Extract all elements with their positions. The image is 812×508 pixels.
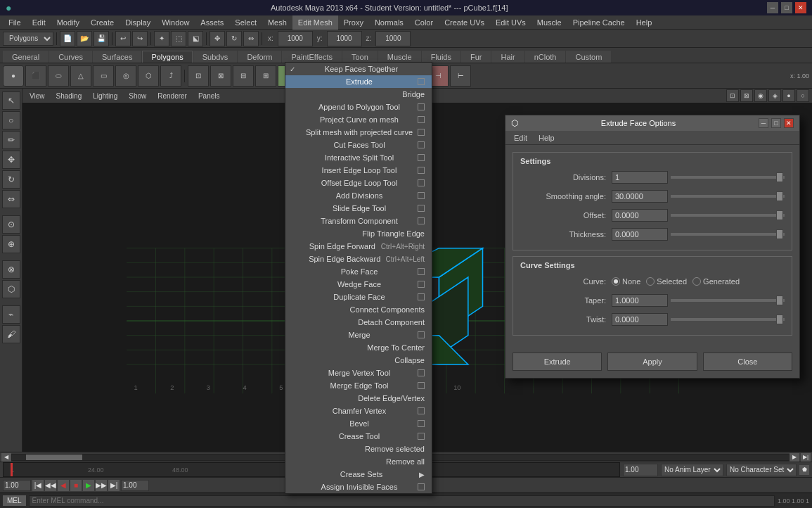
sculpt-tool[interactable]: ⌁: [2, 305, 20, 324]
poly-plane-btn[interactable]: ▭: [93, 65, 114, 87]
poly-cone-btn[interactable]: △: [70, 65, 91, 87]
gimbal-tool[interactable]: ⊗: [2, 260, 20, 279]
vp-menu-show[interactable]: Show: [124, 91, 150, 101]
dropdown-item-merge[interactable]: Merge: [285, 329, 432, 341]
stop-btn[interactable]: ■: [70, 480, 82, 491]
dropdown-item-remove-all[interactable]: Remove all: [285, 455, 432, 468]
menu-display[interactable]: Display: [120, 15, 156, 30]
apply-button[interactable]: Apply: [607, 353, 697, 371]
dropdown-item-flip-triangle[interactable]: Flip Triangle Edge: [285, 227, 432, 240]
combine-btn[interactable]: ⊞: [255, 65, 276, 87]
tab-subdvs[interactable]: Subdvs: [193, 51, 238, 63]
coord-y-input[interactable]: 1000: [327, 31, 362, 46]
paint-tool[interactable]: 🖌: [2, 325, 20, 343]
play-fwd-btn[interactable]: ▶: [83, 480, 94, 491]
curve-none-radio[interactable]: None: [612, 277, 640, 286]
rotate-btn[interactable]: ↻: [226, 31, 242, 46]
dropdown-item-add-divisions[interactable]: Add Divisions: [285, 189, 432, 202]
maximize-button[interactable]: □: [781, 2, 792, 13]
open-btn[interactable]: 📂: [77, 31, 92, 46]
vp-menu-shading[interactable]: Shading: [52, 91, 86, 101]
undo-btn[interactable]: ↩: [115, 31, 131, 46]
menu-window[interactable]: Window: [156, 15, 195, 30]
curve-generated-radio[interactable]: Generated: [692, 277, 740, 286]
dropdown-item-keep-faces[interactable]: ✓ Keep Faces Together: [285, 63, 432, 75]
snap-tool[interactable]: ⊕: [2, 235, 20, 253]
new-btn[interactable]: 📄: [60, 31, 75, 46]
dropdown-item-merge-edge[interactable]: Merge Edge Tool: [285, 379, 432, 392]
menu-pipeline[interactable]: Pipeline Cache: [567, 15, 631, 30]
play-back-btn[interactable]: ◀: [58, 480, 69, 491]
menu-proxy[interactable]: Proxy: [338, 15, 369, 30]
current-frame-input[interactable]: [623, 464, 658, 476]
dropdown-item-spin-bwd[interactable]: Spin Edge Backward Ctrl+Alt+Left: [285, 253, 432, 265]
tab-general[interactable]: General: [3, 51, 49, 63]
thickness-slider-handle[interactable]: [776, 229, 783, 239]
tab-surfaces[interactable]: Surfaces: [93, 51, 141, 63]
menu-edit[interactable]: Edit: [27, 15, 51, 30]
scroll-thumb[interactable]: [26, 455, 82, 460]
twist-slider-handle[interactable]: [776, 315, 783, 324]
go-end-btn[interactable]: ▶|: [108, 480, 120, 491]
vp-menu-panels[interactable]: Panels: [194, 91, 224, 101]
extrude-face-btn[interactable]: ⊡: [188, 65, 209, 87]
menu-select[interactable]: Select: [229, 15, 262, 30]
step-back-btn[interactable]: ◀◀: [45, 480, 56, 491]
vp-menu-view[interactable]: View: [25, 91, 49, 101]
vp-icon4[interactable]: ◈: [768, 89, 781, 102]
dialog-minimize-btn[interactable]: ─: [759, 118, 768, 128]
dropdown-item-transform-component[interactable]: Transform Component: [285, 215, 432, 227]
poly-helix-btn[interactable]: ⤴: [160, 65, 181, 87]
vp-icon3[interactable]: ◉: [754, 89, 767, 102]
minimize-button[interactable]: ─: [767, 2, 778, 13]
close-dialog-button[interactable]: Close: [703, 353, 792, 371]
object-tool[interactable]: ⬡: [2, 280, 20, 298]
start-frame-input[interactable]: [3, 480, 31, 491]
divisions-input[interactable]: [612, 171, 668, 184]
mode-select[interactable]: Polygons: [3, 32, 53, 46]
menu-muscle[interactable]: Muscle: [531, 15, 567, 30]
vp-icon2[interactable]: ⊠: [740, 89, 753, 102]
dropdown-item-bridge[interactable]: Bridge: [285, 88, 432, 101]
menu-edit-mesh[interactable]: Edit Mesh: [292, 15, 338, 30]
lasso-btn[interactable]: ⬚: [171, 31, 186, 46]
dropdown-item-poke-face[interactable]: Poke Face: [285, 265, 432, 278]
dropdown-item-detach-component[interactable]: Detach Component: [285, 316, 432, 329]
vp-menu-lighting[interactable]: Lighting: [89, 91, 122, 101]
vp-icon1[interactable]: ⊡: [726, 89, 739, 102]
tab-fur[interactable]: Fur: [461, 51, 491, 63]
poly-cube-btn[interactable]: ⬛: [25, 65, 46, 87]
go-start-btn[interactable]: |◀: [32, 480, 44, 491]
menu-file[interactable]: File: [3, 15, 27, 30]
curve-selected-radio[interactable]: Selected: [646, 277, 687, 286]
dropdown-item-extrude[interactable]: Extrude: [285, 75, 432, 88]
reflect-btn[interactable]: ⊢: [450, 65, 471, 87]
tab-hair[interactable]: Hair: [491, 51, 524, 63]
extrude-button[interactable]: Extrude: [513, 353, 602, 371]
dropdown-item-bevel[interactable]: Bevel: [285, 417, 432, 430]
dropdown-item-connect-components[interactable]: Connect Components: [285, 303, 432, 316]
redo-btn[interactable]: ↪: [132, 31, 148, 46]
vp-menu-renderer[interactable]: Renderer: [153, 91, 191, 101]
smoothing-slider[interactable]: [671, 195, 785, 198]
menu-edit-uvs[interactable]: Edit UVs: [490, 15, 531, 30]
smoothing-slider-handle[interactable]: [776, 191, 783, 201]
dropdown-item-split-mesh[interactable]: Split mesh with projected curve: [285, 126, 432, 139]
extrude-edge-btn[interactable]: ⊠: [210, 65, 231, 87]
menu-color[interactable]: Color: [409, 15, 439, 30]
dropdown-item-project-curve[interactable]: Project Curve on mesh: [285, 113, 432, 126]
bridge-btn[interactable]: ⊟: [233, 65, 254, 87]
mel-label[interactable]: MEL: [3, 495, 26, 506]
coord-z-input[interactable]: 1000: [375, 31, 411, 46]
dropdown-item-insert-edge-loop[interactable]: Insert Edge Loop Tool: [285, 164, 432, 177]
menu-modify[interactable]: Modify: [51, 15, 85, 30]
dropdown-item-wedge-face[interactable]: Wedge Face: [285, 278, 432, 291]
dropdown-item-interactive-split[interactable]: Interactive Split Tool: [285, 151, 432, 164]
taper-slider[interactable]: [671, 299, 785, 302]
vp-icon6[interactable]: ○: [797, 89, 809, 102]
dropdown-item-remove-selected[interactable]: Remove selected: [285, 443, 432, 455]
step-fwd-btn[interactable]: ▶▶: [96, 480, 107, 491]
coord-x-input[interactable]: 1000: [278, 31, 313, 46]
twist-input[interactable]: [612, 313, 668, 326]
taper-input[interactable]: [612, 294, 668, 307]
